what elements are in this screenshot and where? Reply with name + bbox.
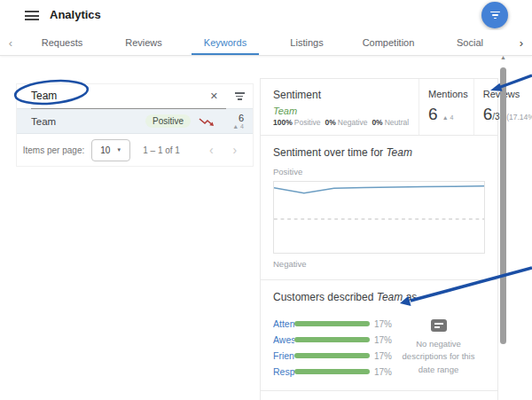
customers-wrote-section: Your customers wrote	[261, 391, 497, 400]
items-per-page-label: Items per page:	[23, 145, 84, 155]
descriptions-section: Customers described Team as Attentive17%…	[261, 280, 497, 391]
mentions-column: Mentions 6▲ 4	[419, 79, 473, 135]
axis-label-negative: Negative	[273, 259, 485, 269]
description-bar	[294, 369, 370, 374]
clear-search-icon[interactable]: ✕	[202, 90, 226, 102]
menu-icon[interactable]	[25, 11, 39, 20]
tab-competition[interactable]: Competition	[348, 30, 429, 55]
mentions-label: Mentions	[428, 89, 468, 99]
negative-descriptions-empty: No negative descriptions for this date r…	[392, 316, 485, 380]
tab-keywords[interactable]: Keywords	[184, 30, 266, 55]
keyword-search-row: Team ✕	[17, 84, 253, 108]
dropdown-caret-icon: ▼	[116, 147, 121, 153]
description-label-link[interactable]: Attentive	[273, 318, 294, 329]
keyword-cell: Team	[31, 116, 145, 127]
description-bar	[294, 337, 370, 342]
page-range-label: 1 – 1 of 1	[143, 145, 180, 155]
tab-requests[interactable]: Requests	[21, 30, 103, 55]
mentions-delta: ▲ 4	[442, 114, 454, 121]
axis-label-positive: Positive	[273, 167, 485, 176]
description-row: Friendly17%	[273, 348, 392, 364]
description-pct: 17%	[374, 367, 392, 377]
page-size-value: 10	[100, 145, 110, 155]
next-page-icon[interactable]: ›	[223, 143, 247, 157]
scrollbar-up-icon[interactable]: ▲	[500, 54, 506, 60]
mention-count: 6	[221, 113, 244, 123]
paginator: Items per page: 10 ▼ 1 – 1 of 1 ‹ ›	[17, 134, 253, 166]
sentiment-summary-section: Sentiment Team 100%Positive0%Negative0%N…	[261, 79, 497, 136]
over-time-title: Sentiment over time for Team	[273, 146, 485, 159]
description-row: Attentive17%	[273, 316, 392, 332]
description-pct: 17%	[374, 335, 392, 345]
descriptions-title: Customers described Team as	[273, 291, 485, 303]
description-row: Awesome17%	[273, 332, 392, 348]
descriptions-body: Attentive17%Awesome17%Friendly17%Respons…	[273, 316, 485, 380]
comment-lines-icon	[431, 319, 447, 332]
negative-empty-text: No negative descriptions for this date r…	[395, 338, 481, 376]
positive-descriptions: Attentive17%Awesome17%Friendly17%Respons…	[273, 316, 392, 380]
reviews-share: (17.14%)	[506, 113, 532, 122]
sentiment-line	[274, 186, 484, 193]
description-pct: 17%	[374, 351, 392, 361]
trending-down-icon	[199, 116, 215, 127]
mentions-value: 6	[428, 105, 438, 123]
mention-count-cell: 6 ▲ 4	[221, 113, 244, 130]
description-bar	[294, 353, 370, 358]
tab-list: RequestsReviewsKeywordsListingsCompetiti…	[21, 30, 511, 55]
sentiment-summary-main: Sentiment Team 100%Positive0%Negative0%N…	[261, 79, 419, 135]
filter-fab-button[interactable]	[481, 2, 508, 28]
tab-bar: ‹ RequestsReviewsKeywordsListingsCompeti…	[0, 30, 532, 56]
sentiment-chip: Positive	[145, 114, 191, 128]
reviews-value: 6	[483, 105, 493, 123]
description-row: Responsive17%	[273, 364, 392, 380]
sentiment-breakdown: 100%Positive0%Negative0%Neutral	[273, 118, 413, 127]
description-label-link[interactable]: Awesome	[273, 334, 294, 345]
sentiment-title: Sentiment	[273, 89, 413, 101]
page-title: Analytics	[50, 8, 101, 21]
line-chart-svg	[274, 182, 484, 253]
tab-social[interactable]: Social	[429, 30, 511, 55]
tab-listings[interactable]: Listings	[266, 30, 348, 55]
sentiment-line-chart	[273, 181, 485, 254]
description-label-link[interactable]: Responsive	[273, 366, 294, 377]
filter-icon	[490, 12, 500, 13]
search-value: Team	[31, 90, 202, 102]
tabs-scroll-right-icon[interactable]: ›	[511, 30, 532, 55]
scrollbar-thumb[interactable]	[500, 67, 506, 344]
sort-icon[interactable]	[226, 91, 253, 101]
mention-delta: ▲ 4	[221, 123, 244, 130]
tab-reviews[interactable]: Reviews	[103, 30, 184, 55]
keyword-search-input[interactable]: Team ✕	[31, 84, 226, 109]
sentiment-over-time-section: Sentiment over time for Team Positive Ne…	[261, 136, 497, 280]
description-bar	[294, 321, 370, 326]
reviews-label: Reviews	[483, 89, 532, 99]
keyword-table-row[interactable]: Team Positive 6 ▲ 4	[17, 108, 253, 134]
sentiment-keyword: Team	[273, 106, 413, 116]
prev-page-icon[interactable]: ‹	[200, 143, 223, 157]
description-label-link[interactable]: Friendly	[273, 350, 294, 361]
page-size-select[interactable]: 10 ▼	[91, 139, 130, 161]
description-pct: 17%	[374, 319, 392, 329]
sentiment-panel: Sentiment Team 100%Positive0%Negative0%N…	[260, 78, 498, 400]
tabs-scroll-left-icon[interactable]: ‹	[0, 30, 21, 55]
app-header: Analytics	[0, 0, 532, 30]
keywords-panel: Team ✕ Team Positive 6 ▲ 4 Items per pag…	[16, 83, 254, 167]
